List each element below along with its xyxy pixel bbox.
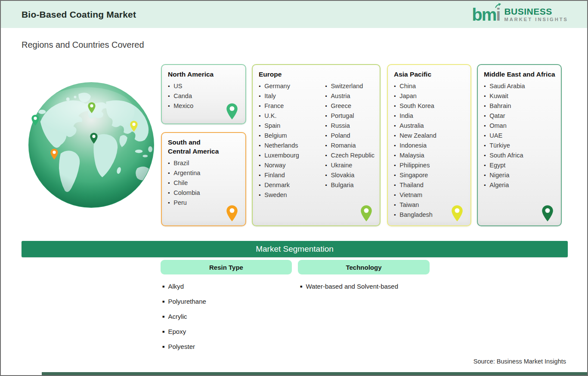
list-item: Australia [394,121,465,131]
list-item: Colombia [168,188,240,198]
list-item: Vietnam [394,190,465,200]
list-item: Belgium [259,131,322,141]
list-item: South Korea [394,101,465,111]
map-pin-icon [226,103,238,120]
country-list: BrazilArgentinaChileColombiaPeru [168,158,240,208]
list-item: Epoxy [162,327,206,337]
list-item: Czech Republic [325,151,374,160]
map-pin-icon [451,205,464,222]
region-card-south-central-america: South andCentral America BrazilArgentina… [161,132,246,226]
infographic-frame: Bio-Based Coating Market bmi BUSINESS MA… [0,0,588,376]
europe-country-columns: GermanyItalyFranceU.K.SpainBelgiumNether… [259,81,374,200]
source-note: Source: Business Market Insights [473,358,566,365]
list-item: Water-based and Solvent-based [300,282,398,292]
globe-svg [28,81,155,209]
list-item: Chile [168,178,240,188]
list-item: Ukraine [325,160,374,170]
logo-mark-bm: bm [472,5,496,24]
list-item: India [394,111,465,121]
list-item: Bahrain [484,101,556,111]
region-title: Asia Pacific [394,70,465,79]
list-item: Poland [325,131,374,141]
region-card-asia-pacific: Asia Pacific ChinaJapanSouth KoreaIndiaA… [387,64,471,226]
bmi-logo-mark: bmi [472,6,500,23]
list-item: Italy [259,91,322,101]
technology-list: Water-based and Solvent-based [300,282,398,297]
list-item: Türkiye [484,141,556,151]
list-item: Philippines [394,160,465,170]
globe-pin-asia-pacific-icon [130,120,138,132]
map-pin-icon [226,205,238,222]
list-item: Switzerland [325,81,374,91]
country-list: Saudi ArabiaKuwaitBahrainQatarOmanUAETür… [484,81,556,190]
list-item: Slovakia [325,170,374,180]
globe-pin-north-america-icon [31,114,40,126]
list-item: US [168,81,240,91]
map-pin-icon [360,205,373,222]
list-item: Algeria [484,180,556,190]
list-item: Denmark [259,180,322,190]
section-subtitle: Regions and Countries Covered [22,40,144,50]
logo-mark-i: i [496,5,500,24]
list-item: Austria [325,91,374,101]
list-item: France [259,101,322,111]
region-card-middle-east-africa: Middle East and Africa Saudi ArabiaKuwai… [477,64,562,226]
list-item: Malaysia [394,151,465,160]
list-item: U.K. [259,111,322,121]
region-title: Middle East and Africa [484,70,556,79]
list-item: Singapore [394,170,465,180]
list-item: Sweden [259,190,322,200]
region-title: Europe [259,70,374,79]
list-item: Qatar [484,111,556,121]
segment-pill-resin-type: Resin Type [161,260,292,274]
list-item: Netherlands [259,141,322,151]
list-item: Oman [484,121,556,131]
region-title: South andCentral America [168,138,240,156]
region-card-north-america: North America USCandaMexico [161,64,246,124]
list-item: Egypt [484,160,556,170]
country-list-col2: SwitzerlandAustriaGreecePortugalRussiaPo… [325,81,374,200]
list-item: Luxembourg [259,151,322,160]
list-item: Polyester [162,342,206,352]
country-list-col1: GermanyItalyFranceU.K.SpainBelgiumNether… [259,81,322,200]
logo-line2: MARKET INSIGHTS [504,17,568,22]
list-item: Greece [325,101,374,111]
logo-arrow-icon [495,3,501,8]
list-item: South Africa [484,151,556,160]
list-item: Indonesia [394,141,465,151]
header: Bio-Based Coating Market bmi BUSINESS MA… [1,1,587,28]
list-item: Alkyd [162,282,206,292]
globe-pin-europe-icon [87,102,96,114]
list-item: Argentina [168,168,240,178]
list-item: Japan [394,91,465,101]
list-item: Saudi Arabia [484,81,556,91]
region-card-europe: Europe GermanyItalyFranceU.K.SpainBelgiu… [252,64,381,226]
list-item: Nigeria [484,170,556,180]
list-item: Portugal [325,111,374,121]
market-segmentation-bar: Market Segmentation [22,241,568,257]
list-item: Spain [259,121,322,131]
segment-pill-technology: Technology [298,260,430,274]
globe-illustration [28,81,155,209]
list-item: Canda [168,91,240,101]
list-item: Acrylic [162,312,206,322]
globe-pin-middle-east-icon [90,133,98,144]
globe-pin-south-america-icon [50,148,59,160]
list-item: UAE [484,131,556,141]
list-item: Norway [259,160,322,170]
list-item: Germany [259,81,322,91]
list-item: Bulgaria [325,180,374,190]
list-item: Thailand [394,180,465,190]
list-item: New Zealand [394,131,465,141]
bottom-accent-bar [42,372,587,375]
list-item: Romania [325,141,374,151]
bmi-logo: bmi BUSINESS MARKET INSIGHTS [472,6,568,23]
country-list: ChinaJapanSouth KoreaIndiaAustraliaNew Z… [394,81,465,220]
resin-type-list: AlkydPolyurethaneAcrylicEpoxyPolyester [162,282,206,358]
list-item: Brazil [168,158,240,168]
list-item: China [394,81,465,91]
page-title: Bio-Based Coating Market [22,9,136,20]
logo-text: BUSINESS MARKET INSIGHTS [504,7,568,22]
list-item: Finland [259,170,322,180]
region-title: North America [168,70,240,79]
